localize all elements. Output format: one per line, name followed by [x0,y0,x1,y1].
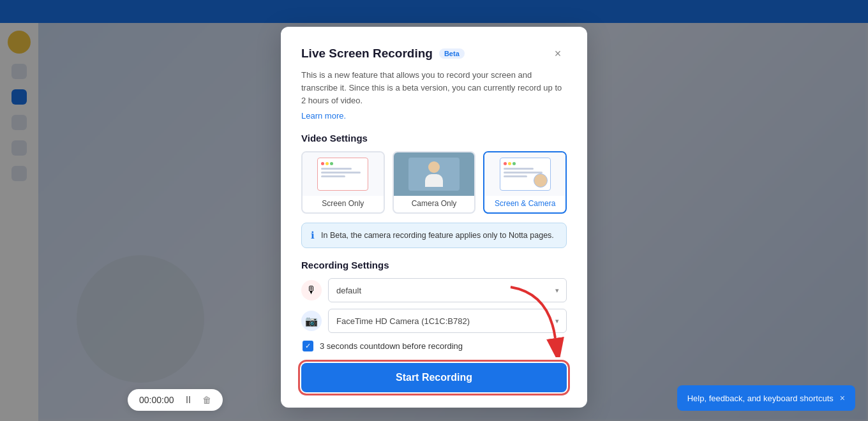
dot-red [321,162,324,165]
notification-text: Help, feedback, and keyboard shortcuts [687,394,834,403]
screen-camera-thumb [484,152,565,196]
timer-display: 00:00:00 [139,395,174,405]
modal-header: Live Screen Recording Beta × [301,45,567,63]
thumb-person [423,158,445,191]
dot-green [330,162,333,165]
learn-more-link[interactable]: Learn more. [301,111,346,121]
screen-camera-label: Screen & Camera [484,196,565,212]
info-box: ℹ In Beta, the camera recording feature … [301,223,567,248]
camera-only-label: Camera Only [394,196,475,212]
line-1b [504,168,534,170]
line-3 [321,175,345,177]
dot-red-2 [504,162,507,165]
line-2b [504,172,542,174]
camera-only-thumb [394,152,475,196]
screen-thumb-img [317,158,368,191]
overlay-face [537,177,544,184]
line-3b [504,175,527,177]
line-1 [321,168,352,170]
mic-select[interactable]: default [328,278,567,302]
video-settings-label: Video Settings [301,133,567,144]
person-head [428,161,440,173]
bottom-notification: Help, feedback, and keyboard shortcuts × [677,385,855,411]
screen-cam-img [500,158,551,191]
countdown-checkbox[interactable]: ✓ [303,341,313,351]
camera-only-option[interactable]: Camera Only [393,151,476,214]
modal-title-row: Live Screen Recording Beta [301,47,465,61]
mic-setting-row: 🎙 default ▾ [301,278,567,302]
camera-icon: 📷 [301,311,322,331]
beta-badge: Beta [439,48,465,59]
screen-only-option[interactable]: Screen Only [301,151,385,214]
recording-settings-label: Recording Settings [301,260,567,270]
video-options: Screen Only Camera Only [301,151,567,214]
modal-close-button[interactable]: × [549,45,567,63]
countdown-label: 3 seconds countdown before recording [320,341,463,351]
checkbox-check-icon: ✓ [305,342,311,350]
start-recording-button[interactable]: Start Recording [301,363,567,392]
mic-icon: 🎙 [301,280,322,300]
timer-bar: 00:00:00 ⏸ 🗑 [128,389,223,411]
modal-title: Live Screen Recording [301,47,433,61]
mic-select-wrap: default ▾ [328,278,567,302]
modal-description: This is a new feature that allows you to… [301,69,567,107]
screen-only-label: Screen Only [303,196,384,212]
person-body [425,174,443,187]
live-screen-recording-modal: Live Screen Recording Beta × This is a n… [281,27,587,408]
info-box-text: In Beta, the camera recording feature ap… [321,231,554,240]
screen-camera-option[interactable]: Screen & Camera [483,151,567,214]
close-icon: × [555,47,562,61]
dot-yellow-2 [508,162,511,165]
line-2 [321,172,360,174]
pause-icon[interactable]: ⏸ [183,394,193,406]
thumb-dots-2 [504,162,547,165]
dot-yellow [326,162,329,165]
camera-select-wrap: FaceTime HD Camera (1C1C:B782) ▾ [328,309,567,333]
delete-icon[interactable]: 🗑 [202,395,211,405]
thumb-lines [321,168,364,177]
camera-select[interactable]: FaceTime HD Camera (1C1C:B782) [328,309,567,333]
info-icon: ℹ [311,230,315,241]
countdown-row: ✓ 3 seconds countdown before recording [301,341,567,351]
camera-thumb-img [408,158,460,191]
notification-close-button[interactable]: × [840,393,845,403]
camera-setting-row: 📷 FaceTime HD Camera (1C1C:B782) ▾ [301,309,567,333]
cam-overlay [534,174,548,188]
thumb-dots [321,162,364,165]
dot-green-2 [513,162,516,165]
screen-only-thumb [303,152,384,196]
